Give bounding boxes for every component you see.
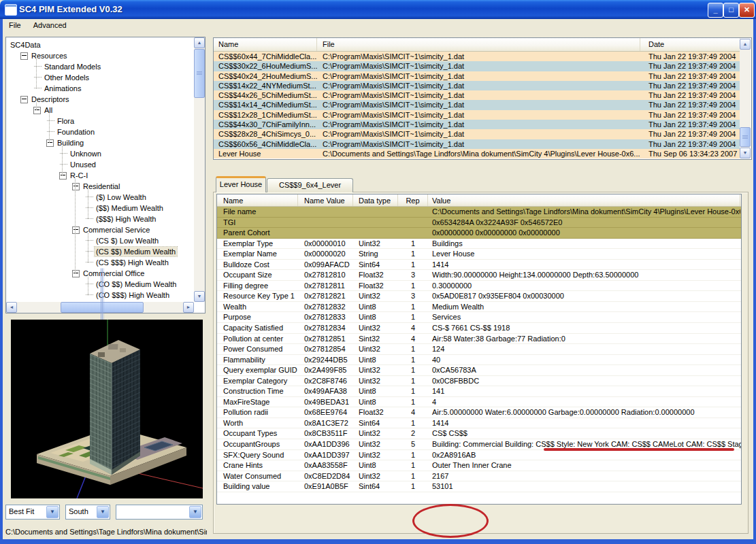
property-row-worth[interactable]: Worth0x8A1C3E72Sint6411414 bbox=[217, 418, 741, 429]
tree-item-label[interactable]: (CS $$) Medium Wealth bbox=[95, 247, 177, 256]
close-window-button[interactable]: ✕ bbox=[739, 3, 755, 18]
chevron-down-icon[interactable]: ▼ bbox=[189, 506, 201, 518]
property-row-occupant-types[interactable]: Occupant Types0x8CB3511FUint322CS$ CS$$ bbox=[217, 428, 741, 439]
maximize-button[interactable]: □ bbox=[723, 3, 739, 18]
table-row[interactable]: CS$$30x22_6HouMediumS...C:\Program\Maxis… bbox=[214, 61, 740, 71]
property-row-pollution-at-center[interactable]: Pollution at center0x27812851Sint324Air:… bbox=[217, 334, 741, 345]
tree-item-cs-high-wealth[interactable]: (CS $$$) High Wealth bbox=[6, 257, 194, 268]
file-list-vscroll-thumb[interactable] bbox=[740, 127, 751, 147]
property-row-construction-time[interactable]: Construction Time0x499AFA38Uint81141 bbox=[217, 386, 741, 397]
property-row-exemplar-category[interactable]: Exemplar Category0x2C8F8746Uint3210x0C8F… bbox=[217, 376, 741, 387]
property-row-building-value[interactable]: Building value0xE91A0B5FSint64153101 bbox=[217, 481, 741, 492]
property-row-filling-degree[interactable]: Filling degree0x27812811Float3210.300000… bbox=[217, 281, 741, 292]
tree-item-label[interactable]: ($) Low Wealth bbox=[95, 192, 148, 202]
property-row-parent-cohort[interactable]: Parent Cohort0x00000000 0x00000000 0x000… bbox=[217, 228, 741, 239]
tree-item-cs-medium-wealth[interactable]: (CS $$) Medium Wealth bbox=[6, 246, 194, 257]
tree-item-label[interactable]: Animations bbox=[43, 84, 82, 93]
tree-item-label[interactable]: SC4Data bbox=[9, 40, 42, 50]
tree-item-residential[interactable]: Residential bbox=[6, 181, 194, 192]
rotation-combo[interactable]: South ▼ bbox=[65, 505, 110, 520]
tree-item-label[interactable]: Flora bbox=[56, 116, 76, 126]
scroll-right-icon[interactable]: ► bbox=[183, 302, 194, 313]
property-column-header-rep[interactable]: Rep bbox=[398, 194, 428, 206]
property-row-file-name[interactable]: File nameC:\Documents and Settings\Tage … bbox=[217, 207, 741, 218]
scroll-down-icon[interactable]: ▼ bbox=[740, 148, 751, 158]
tree-item-label[interactable]: Foundation bbox=[56, 127, 96, 137]
property-row-water-consumed[interactable]: Water Consumed0xC8ED2D84Uint3212167 bbox=[217, 471, 741, 482]
property-row-occupant-size[interactable]: Occupant Size0x27812810Float323Width:90.… bbox=[217, 270, 741, 281]
tree-item-unused[interactable]: Unused bbox=[6, 159, 194, 170]
property-row-capacity-satisfied[interactable]: Capacity Satisfied0x27812834Uint324CS-$ … bbox=[217, 323, 741, 334]
menu-item-file[interactable]: File bbox=[3, 19, 27, 33]
property-column-header-data-type[interactable]: Data type bbox=[353, 194, 398, 206]
scroll-up-icon[interactable]: ▲ bbox=[194, 37, 205, 48]
tree-item-other-models[interactable]: Other Models bbox=[6, 72, 194, 83]
table-row[interactable]: CS$$44x26_5ChiMediumSt...C:\Program\Maxi… bbox=[214, 90, 740, 100]
tree-collapse-icon[interactable] bbox=[33, 107, 41, 114]
tab-lever-house[interactable]: Lever House bbox=[216, 176, 266, 192]
property-row-pollution-radii[interactable]: Pollution radii0x68EE9764Float324Air:5.0… bbox=[217, 407, 741, 418]
tree-collapse-icon[interactable] bbox=[46, 139, 54, 147]
tree-collapse-icon[interactable] bbox=[72, 183, 80, 190]
table-row[interactable]: CS$$12x28_1ChiMediumSt...C:\Program\Maxi… bbox=[214, 110, 740, 120]
property-row-exemplar-name[interactable]: Exemplar Name0x00000020String1Lever Hous… bbox=[217, 249, 741, 260]
tree-item-label[interactable]: (CS $$$) High Wealth bbox=[95, 258, 170, 267]
property-row-wealth[interactable]: Wealth0x27812832Uint81Medium Wealth bbox=[217, 302, 741, 313]
tree-hscroll-thumb[interactable] bbox=[61, 302, 144, 313]
tree-item-label[interactable]: R-C-I bbox=[69, 171, 89, 180]
property-column-header-name-value[interactable]: Name Value bbox=[298, 194, 353, 206]
table-row[interactable]: CS$$40x24_2HouMediumS...C:\Program\Maxis… bbox=[214, 71, 740, 81]
property-row-sfx-query-sound[interactable]: SFX:Query Sound0xAA1DD397Uint3210x2A8916… bbox=[217, 450, 741, 461]
tree-collapse-icon[interactable] bbox=[72, 226, 80, 234]
tree-item-animations[interactable]: Animations bbox=[6, 83, 194, 94]
tree-collapse-icon[interactable] bbox=[20, 96, 28, 103]
property-column-header-value[interactable]: Value bbox=[428, 194, 740, 206]
file-column-header-date[interactable]: Date bbox=[640, 38, 740, 51]
table-row[interactable]: CS$$14x14_4ChiMediumSt...C:\Program\Maxi… bbox=[214, 100, 740, 109]
property-row-tgi[interactable]: TGI0x6534284A 0x3224A93F 0x546572E0 bbox=[217, 218, 741, 228]
tree-collapse-icon[interactable] bbox=[72, 270, 80, 277]
table-row[interactable]: CS$$14x22_4NYMediumSt...C:\Program\Maxis… bbox=[214, 81, 740, 90]
tree-item-label[interactable]: Unknown bbox=[69, 149, 103, 158]
tree-item-label[interactable]: ($$$) High Wealth bbox=[95, 214, 157, 224]
extra-combo[interactable]: ▼ bbox=[116, 505, 203, 520]
tree-item-label[interactable]: Commercial Service bbox=[82, 225, 151, 235]
property-row-exemplar-type[interactable]: Exemplar Type0x00000010Uint321Buildings bbox=[217, 239, 741, 250]
tree-item-resources[interactable]: Resources bbox=[6, 50, 194, 61]
tree-item-commercial-service[interactable]: Commercial Service bbox=[6, 224, 194, 235]
property-row-maxfirestage[interactable]: MaxFireStage0x49BEDA31Uint814 bbox=[217, 397, 741, 408]
tree-item-building[interactable]: Building bbox=[6, 137, 194, 148]
tree-item-high-wealth[interactable]: ($$$) High Wealth bbox=[6, 214, 194, 224]
tree-item-label[interactable]: Building bbox=[56, 138, 85, 148]
tree-item-label[interactable]: (CO $$$) High Wealth bbox=[95, 290, 171, 300]
property-row-resource-key-type-1[interactable]: Resource Key Type 10x27812821Uint3230x5A… bbox=[217, 291, 741, 302]
minimize-button[interactable]: _ bbox=[708, 3, 723, 18]
tree-collapse-icon[interactable] bbox=[59, 172, 67, 180]
menu-item-advanced[interactable]: Advanced bbox=[27, 19, 73, 33]
tree-item-unknown[interactable]: Unknown bbox=[6, 148, 194, 159]
tab-cs-9-6x4-lever-house[interactable]: CS$$9_6x4_Lever House bbox=[267, 178, 353, 192]
tree-horizontal-scrollbar[interactable]: ◄ ► bbox=[6, 302, 194, 313]
property-row-crane-hints[interactable]: Crane Hints0xAA83558FUint81Outer Then In… bbox=[217, 460, 741, 471]
scroll-up-icon[interactable]: ▲ bbox=[740, 39, 751, 50]
tree-item-all[interactable]: All bbox=[6, 105, 194, 116]
scroll-down-icon[interactable]: ▼ bbox=[194, 291, 205, 302]
table-row[interactable]: CS$$44x30_7ChiFamilyInn...C:\Program\Max… bbox=[214, 120, 740, 129]
property-row-query-exemplar-guid[interactable]: Query exemplar GUID0x2A499F85Uint3210xCA… bbox=[217, 365, 741, 376]
tree-item-label[interactable]: Other Models bbox=[43, 73, 91, 82]
tree-item-label[interactable]: Commercial Office bbox=[82, 269, 146, 278]
tree-item-low-wealth[interactable]: ($) Low Wealth bbox=[6, 192, 194, 203]
tree-item-label[interactable]: (CO $$) Medium Wealth bbox=[95, 279, 178, 289]
table-row[interactable]: CS$$60x44_7ChiMiddleCla...C:\Program\Max… bbox=[214, 52, 740, 61]
scroll-left-icon[interactable]: ◄ bbox=[6, 302, 17, 313]
property-row-occupantgroups[interactable]: OccupantGroups0xAA1DD396Uint325Building:… bbox=[217, 439, 741, 450]
file-column-header-file[interactable]: File bbox=[317, 38, 640, 51]
table-row[interactable]: Lever HouseC:\Documents and Settings\Tag… bbox=[214, 149, 740, 158]
tree-item-descriptors[interactable]: Descriptors bbox=[6, 94, 194, 105]
fit-combo[interactable]: Best Fit ▼ bbox=[5, 505, 60, 520]
tree-item-medium-wealth[interactable]: ($$) Medium Wealth bbox=[6, 203, 194, 214]
chevron-down-icon[interactable]: ▼ bbox=[97, 506, 109, 518]
file-column-header-name[interactable]: Name bbox=[214, 38, 317, 51]
table-row[interactable]: CS$$28x28_4ChiSimcys_0...C:\Program\Maxi… bbox=[214, 129, 740, 139]
tree-item-standard-models[interactable]: Standard Models bbox=[6, 61, 194, 72]
